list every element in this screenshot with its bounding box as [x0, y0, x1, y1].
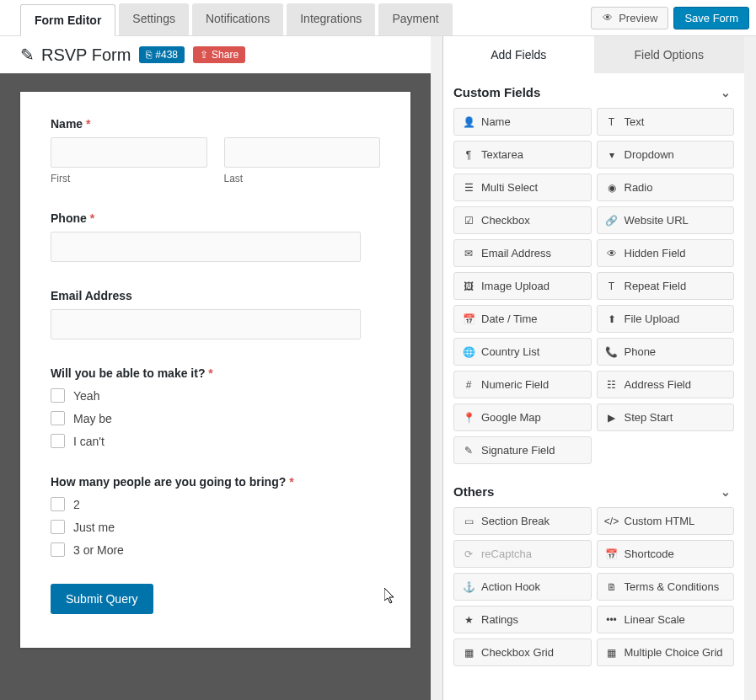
field-name[interactable]: Name * First Last	[51, 117, 380, 184]
last-name-input[interactable]	[224, 137, 381, 168]
preview-button[interactable]: 👁 Preview	[591, 7, 668, 29]
save-form-button[interactable]: Save Form	[673, 7, 749, 29]
tab-notifications[interactable]: Notifications	[192, 3, 283, 35]
section-custom-fields[interactable]: Custom Fields ⌄	[443, 73, 744, 108]
phone-input[interactable]	[51, 232, 361, 262]
star-icon: ★	[463, 614, 475, 626]
opt-maybe: May be	[73, 412, 112, 425]
field-signature-btn[interactable]: ✎Signature Field	[453, 436, 592, 464]
field-datetime-btn[interactable]: 📅Date / Time	[453, 305, 592, 333]
field-radio-btn[interactable]: ◉Radio	[597, 174, 735, 201]
fields-panel: Custom Fields ⌄ 👤Name TText ¶Textarea ▾D…	[443, 73, 744, 700]
email-input[interactable]	[51, 309, 361, 339]
field-linear-btn[interactable]: •••Linear Scale	[597, 606, 735, 633]
first-sublabel: First	[51, 173, 207, 184]
field-gmap-btn[interactable]: 📍Google Map	[453, 403, 592, 431]
copy-icon: ⎘	[146, 49, 152, 61]
pencil-icon: ✎	[20, 45, 35, 65]
form-canvas: Name * First Last	[0, 73, 431, 700]
field-address-btn[interactable]: ☷Address Field	[597, 371, 735, 398]
opt-yeah: Yeah	[73, 389, 99, 403]
mail-icon: ✉	[463, 248, 475, 259]
caret-down-icon: ▾	[606, 149, 618, 161]
main-tabs: Form Editor Settings Notifications Integ…	[0, 3, 453, 35]
field-ratings-btn[interactable]: ★Ratings	[453, 606, 592, 633]
field-phone[interactable]: Phone *	[51, 211, 380, 262]
code-icon: </>	[606, 516, 618, 527]
eye-slash-icon: 👁	[606, 248, 618, 259]
field-country-btn[interactable]: 🌐Country List	[453, 338, 592, 366]
share-button[interactable]: ⇪ Share	[193, 46, 245, 63]
checkbox[interactable]	[51, 520, 65, 534]
field-shortcode-btn[interactable]: 📅Shortcode	[597, 540, 735, 568]
opt-2: 2	[73, 498, 80, 511]
field-phone-btn[interactable]: 📞Phone	[597, 338, 735, 366]
field-email[interactable]: Email Address	[51, 289, 380, 339]
pencil-square-icon: ✎	[463, 445, 475, 457]
file-icon: 🗎	[606, 581, 618, 593]
field-mc-grid-btn[interactable]: ▦Multiple Choice Grid	[597, 639, 735, 666]
field-email-btn[interactable]: ✉Email Address	[453, 239, 592, 267]
phone-icon: 📞	[606, 346, 618, 358]
field-url-btn[interactable]: 🔗Website URL	[597, 206, 735, 234]
field-recaptcha-btn[interactable]: ⟳reCaptcha	[453, 540, 592, 568]
tab-integrations[interactable]: Integrations	[287, 3, 375, 35]
left-scrollbar[interactable]	[431, 36, 442, 700]
tab-settings[interactable]: Settings	[119, 3, 189, 35]
tab-form-editor[interactable]: Form Editor	[20, 4, 115, 36]
chevron-down-icon: ⌄	[721, 86, 731, 99]
field-textarea-btn[interactable]: ¶Textarea	[453, 141, 592, 168]
tab-payment[interactable]: Payment	[378, 3, 452, 35]
form-header: ✎ RSVP Form ⎘ #438 ⇪ Share	[0, 36, 431, 73]
eye-icon: 👁	[602, 12, 614, 24]
grid-icon: ▦	[463, 647, 475, 659]
field-multiselect-btn[interactable]: ☰Multi Select	[453, 174, 592, 201]
preview-label: Preview	[619, 12, 657, 24]
top-bar: Form Editor Settings Notifications Integ…	[0, 0, 756, 36]
upload-icon: ⬆	[606, 313, 618, 325]
field-section-break-btn[interactable]: ▭Section Break	[453, 507, 592, 535]
checkbox[interactable]	[51, 542, 65, 557]
field-checkbox-grid-btn[interactable]: ▦Checkbox Grid	[453, 639, 592, 666]
field-hidden-btn[interactable]: 👁Hidden Field	[597, 239, 735, 267]
field-checkbox-btn[interactable]: ☑Checkbox	[453, 206, 592, 234]
checkbox[interactable]	[51, 411, 65, 425]
field-custom-html-btn[interactable]: </>Custom HTML	[597, 507, 735, 535]
field-name-btn[interactable]: 👤Name	[453, 108, 592, 136]
link-icon: 🔗	[606, 215, 618, 227]
tab-field-options[interactable]: Field Options	[594, 36, 745, 73]
list-icon: ☰	[463, 182, 475, 194]
checkbox[interactable]	[51, 497, 65, 511]
field-terms-btn[interactable]: 🗎Terms & Conditions	[597, 573, 735, 601]
submit-button[interactable]: Submit Query	[51, 584, 153, 614]
hash-icon: #	[463, 379, 475, 391]
checkbox[interactable]	[51, 388, 65, 403]
field-numeric-btn[interactable]: #Numeric Field	[453, 371, 592, 398]
image-icon: 🖼	[463, 281, 475, 292]
field-attending[interactable]: Will you be able to make it? * Yeah May …	[51, 366, 380, 448]
calendar-icon: 📅	[463, 313, 475, 325]
form-id-badge[interactable]: ⎘ #438	[139, 46, 185, 63]
globe-icon: 🌐	[463, 346, 475, 358]
required-marker: *	[90, 211, 94, 225]
repeat-icon: T	[606, 281, 618, 292]
field-repeat-btn[interactable]: TRepeat Field	[597, 272, 735, 300]
tab-add-fields[interactable]: Add Fields	[443, 36, 594, 73]
step-icon: ▶	[606, 412, 618, 424]
field-dropdown-btn[interactable]: ▾Dropdown	[597, 141, 735, 168]
field-fileupload-btn[interactable]: ⬆File Upload	[597, 305, 735, 333]
first-name-input[interactable]	[51, 137, 207, 168]
required-marker: *	[289, 475, 293, 489]
checkbox[interactable]	[51, 434, 65, 448]
field-step-btn[interactable]: ▶Step Start	[597, 403, 735, 431]
field-action-hook-btn[interactable]: ⚓Action Hook	[453, 573, 592, 601]
last-sublabel: Last	[224, 173, 381, 184]
field-guest-count[interactable]: How many people are you going to bring? …	[51, 475, 380, 557]
field-image-btn[interactable]: 🖼Image Upload	[453, 272, 592, 300]
section-others[interactable]: Others ⌄	[443, 473, 744, 507]
q2-label: How many people are you going to bring?	[51, 475, 286, 489]
field-text-btn[interactable]: TText	[597, 108, 735, 136]
right-scrollbar[interactable]	[744, 36, 756, 700]
form-paper: Name * First Last	[20, 92, 410, 648]
chevron-down-icon: ⌄	[721, 485, 731, 499]
